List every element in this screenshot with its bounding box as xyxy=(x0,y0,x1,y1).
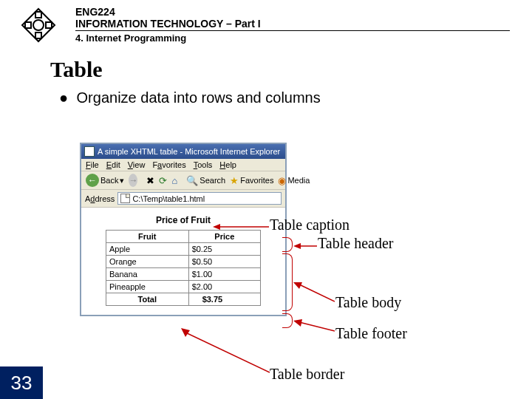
arrow-header xyxy=(293,242,317,250)
back-label: Back xyxy=(100,176,118,185)
address-bar: Address C:\Temp\table1.html xyxy=(81,190,285,208)
media-label: Media xyxy=(287,176,310,185)
media-icon: ◉ xyxy=(278,175,286,186)
arrow-border xyxy=(181,328,270,375)
search-button[interactable]: 🔍 Search xyxy=(186,175,225,186)
svg-rect-2 xyxy=(35,12,41,18)
refresh-icon[interactable]: ⟳ xyxy=(159,175,167,186)
back-arrow-icon: ← xyxy=(86,174,99,187)
table-row: Banana$1.00 xyxy=(106,268,261,281)
th-price: Price xyxy=(188,231,260,243)
tool-bar: ← Back ▾ → ✖ ⟳ ⌂ 🔍 Search ★ Favorites ◉ … xyxy=(81,171,285,190)
svg-line-10 xyxy=(299,284,335,301)
svg-rect-3 xyxy=(46,22,52,28)
svg-line-12 xyxy=(299,322,335,331)
menu-bar: File Edit View Favorites Tools Help xyxy=(81,159,285,171)
table-row: Apple$0.25 xyxy=(106,243,261,256)
svg-marker-7 xyxy=(213,224,220,230)
annot-border: Table border xyxy=(270,366,344,383)
window-title: A simple XHTML table - Microsoft Interne… xyxy=(98,147,280,156)
star-icon: ★ xyxy=(230,175,239,186)
brace-body xyxy=(282,253,293,311)
menu-tools[interactable]: Tools xyxy=(194,160,213,169)
bullet-item: ● Organize data into rows and columns xyxy=(59,89,532,106)
stop-icon[interactable]: ✖ xyxy=(146,175,154,186)
table-header-row: Fruit Price xyxy=(106,231,261,243)
window-title-bar: A simple XHTML table - Microsoft Interne… xyxy=(81,144,285,159)
brace-footer xyxy=(282,313,293,328)
favorites-button[interactable]: ★ Favorites xyxy=(230,175,273,186)
forward-button[interactable]: → xyxy=(129,174,137,187)
menu-favorites[interactable]: Favorites xyxy=(152,160,185,169)
arrow-body xyxy=(293,281,335,306)
annot-body: Table body xyxy=(335,294,401,311)
back-button[interactable]: ← Back ▾ xyxy=(86,174,124,187)
annot-caption: Table caption xyxy=(270,216,349,233)
address-label: Address xyxy=(85,194,115,203)
menu-help[interactable]: Help xyxy=(219,160,236,169)
table-row: Orange$0.50 xyxy=(106,256,261,268)
table-row: Pineapple$2.00 xyxy=(106,281,261,293)
svg-marker-9 xyxy=(293,243,301,249)
page-number: 33 xyxy=(0,366,43,399)
menu-edit[interactable]: Edit xyxy=(106,160,120,169)
total-value: $3.75 xyxy=(188,293,260,306)
svg-rect-5 xyxy=(25,22,31,28)
search-label: Search xyxy=(200,176,225,185)
th-fruit: Fruit xyxy=(106,231,189,243)
slide-title: Table xyxy=(50,57,532,82)
institution-logo xyxy=(21,7,56,43)
bullet-text: Organize data into rows and columns xyxy=(77,89,321,106)
ie-icon xyxy=(84,146,95,157)
annot-header: Table header xyxy=(318,235,393,252)
address-value: C:\Temp\table1.html xyxy=(132,194,205,203)
arrow-footer xyxy=(293,319,335,334)
favorites-label: Favorites xyxy=(240,176,273,185)
menu-view[interactable]: View xyxy=(128,160,146,169)
arrow-caption xyxy=(213,223,269,231)
course-code: ENG224 xyxy=(75,6,532,18)
svg-line-14 xyxy=(185,332,270,372)
course-title: INFORMATION TECHNOLOGY – Part I xyxy=(75,18,510,31)
brace-header xyxy=(282,237,293,252)
total-label: Total xyxy=(106,293,189,306)
svg-marker-13 xyxy=(293,319,302,327)
menu-file[interactable]: File xyxy=(86,160,99,169)
bullet-icon: ● xyxy=(59,89,72,106)
annot-footer: Table footer xyxy=(335,325,407,342)
media-button[interactable]: ◉ Media xyxy=(278,175,310,186)
course-section: 4. Internet Programming xyxy=(75,33,532,44)
search-icon: 🔍 xyxy=(186,175,198,186)
file-icon xyxy=(120,194,130,203)
svg-rect-4 xyxy=(35,33,41,38)
chevron-down-icon: ▾ xyxy=(120,176,124,185)
table-footer-row: Total $3.75 xyxy=(106,293,261,306)
fruit-table: Fruit Price Apple$0.25 Orange$0.50 Banan… xyxy=(106,230,261,306)
home-icon[interactable]: ⌂ xyxy=(171,175,177,186)
address-input[interactable]: C:\Temp\table1.html xyxy=(117,192,282,205)
svg-marker-15 xyxy=(181,328,190,337)
